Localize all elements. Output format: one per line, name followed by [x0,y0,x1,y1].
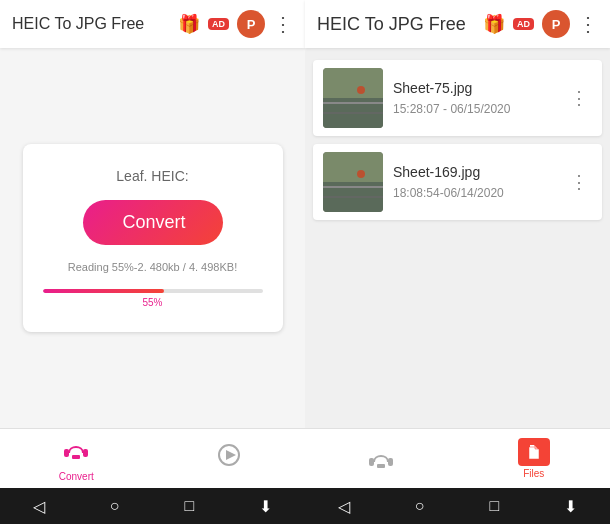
convert-card: Leaf. HEIC: Convert Reading 55%-2. 480kb… [23,144,283,332]
play-nav-icon [215,441,243,475]
home-icon-right[interactable]: ○ [415,497,425,515]
file-info-1: Sheet-75.jpg 15:28:07 - 06/15/2020 [393,80,556,116]
left-content: Leaf. HEIC: Convert Reading 55%-2. 480kb… [0,48,305,428]
file-info-2: Sheet-169.jpg 18:08:54-06/14/2020 [393,164,556,200]
left-header: HEIC To JPG Free 🎁 AD P ⋮ [0,0,305,48]
svg-marker-20 [529,447,539,459]
file-name-1: Sheet-75.jpg [393,80,556,96]
system-nav-right: ◁ ○ □ ⬇ [305,488,610,524]
more-menu-left[interactable]: ⋮ [273,12,293,36]
left-app-title: HEIC To JPG Free [12,15,170,33]
right-header: HEIC To JPG Free 🎁 AD P ⋮ [305,0,610,48]
file-name-2: Sheet-169.jpg [393,164,556,180]
reading-text: Reading 55%-2. 480kb / 4. 498KB! [68,261,237,273]
product-hunt-right[interactable]: P [542,10,570,38]
recent-icon-right[interactable]: □ [490,497,500,515]
back-icon-left[interactable]: ◁ [33,497,45,516]
download-icon-left[interactable]: ⬇ [259,497,272,516]
home-icon-left[interactable]: ○ [110,497,120,515]
svg-point-9 [357,86,365,94]
right-bottom-nav: Files [305,428,610,488]
file-menu-2[interactable]: ⋮ [566,167,592,197]
right-files-label: Files [523,468,544,479]
file-list: Sheet-75.jpg 15:28:07 - 06/15/2020 ⋮ [305,48,610,428]
progress-bar-bg [43,289,263,293]
svg-rect-17 [377,464,385,468]
ad-badge-left: AD [208,18,229,30]
right-panel: HEIC To JPG Free 🎁 AD P ⋮ [305,0,610,524]
right-nav-files[interactable]: Files [458,429,611,488]
svg-marker-4 [226,450,236,460]
product-hunt-left[interactable]: P [237,10,265,38]
nav-play[interactable] [153,429,306,488]
convert-button[interactable]: Convert [83,200,223,245]
ad-badge-right: AD [513,18,534,30]
file-thumbnail-2 [323,152,383,212]
recent-icon-left[interactable]: □ [185,497,195,515]
progress-label: 55% [142,297,162,308]
progress-bar-fill [43,289,164,293]
nav-convert[interactable]: Convert [0,429,153,488]
right-nav-convert[interactable] [305,429,458,488]
gift-icon-left: 🎁 [178,13,200,35]
file-thumbnail-1 [323,68,383,128]
convert-nav-icon [62,435,90,469]
left-bottom-nav: Convert [0,428,305,488]
file-menu-1[interactable]: ⋮ [566,83,592,113]
download-icon-right[interactable]: ⬇ [564,497,577,516]
files-icon [518,438,550,466]
right-app-title: HEIC To JPG Free [317,14,475,35]
file-card-1[interactable]: Sheet-75.jpg 15:28:07 - 06/15/2020 ⋮ [313,60,602,136]
left-panel: HEIC To JPG Free 🎁 AD P ⋮ Leaf. HEIC: Co… [0,0,305,524]
more-menu-right[interactable]: ⋮ [578,12,598,36]
gift-icon-right: 🎁 [483,13,505,35]
file-card-2[interactable]: Sheet-169.jpg 18:08:54-06/14/2020 ⋮ [313,144,602,220]
file-time-2: 18:08:54-06/14/2020 [393,186,556,200]
file-time-1: 15:28:07 - 06/15/2020 [393,102,556,116]
svg-rect-2 [72,455,80,459]
convert-nav-label: Convert [59,471,94,482]
back-icon-right[interactable]: ◁ [338,497,350,516]
progress-container: 55% [43,289,263,308]
svg-point-14 [357,170,365,178]
system-nav-left: ◁ ○ □ ⬇ [0,488,305,524]
file-label: Leaf. HEIC: [116,168,188,184]
